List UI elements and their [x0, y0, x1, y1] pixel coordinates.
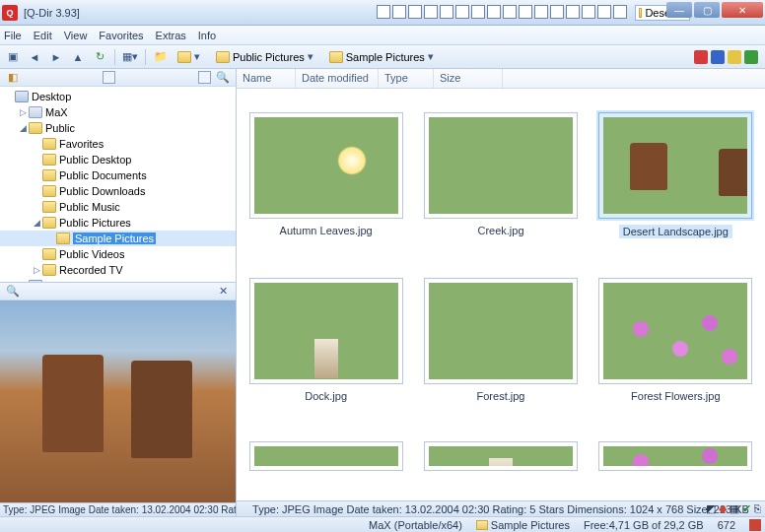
layout-preset[interactable]: [377, 5, 390, 19]
tree-item[interactable]: Desktop: [0, 89, 236, 104]
info-tool-icon[interactable]: ▦: [730, 502, 739, 515]
forward-button[interactable]: ►: [47, 48, 65, 66]
info-tool-icon[interactable]: ◆: [719, 502, 727, 515]
layout-preset[interactable]: [582, 5, 595, 19]
thumbnail-item[interactable]: [246, 441, 406, 471]
maximize-button[interactable]: ▢: [694, 2, 720, 18]
layout-preset[interactable]: [534, 5, 548, 19]
tree-item[interactable]: Public Music: [0, 199, 236, 215]
explorer-button[interactable]: 📁: [152, 48, 170, 66]
close-button[interactable]: ✕: [722, 2, 763, 18]
tree-item[interactable]: Public Videos: [0, 246, 236, 262]
status-indicator-icon: [749, 519, 761, 531]
color-swatch[interactable]: [744, 50, 758, 64]
menu-extras[interactable]: Extras: [156, 30, 186, 41]
thumbnail-item[interactable]: Forest.jpg: [421, 278, 581, 402]
thumbnail-image: [429, 117, 573, 214]
window-title: [Q-Dir 3.93]: [24, 7, 80, 19]
thumbnail-caption: Autumn Leaves.jpg: [280, 225, 373, 236]
expand-icon[interactable]: ◢: [32, 218, 42, 228]
tree-toggle-icon[interactable]: ◧: [4, 69, 22, 87]
layout-preset[interactable]: [408, 5, 422, 19]
tree-item[interactable]: Favorites: [0, 136, 236, 152]
minimize-button[interactable]: —: [666, 2, 692, 18]
color-swatch[interactable]: [694, 50, 708, 64]
title-bar: Q [Q-Dir 3.93] Desert... — ▢ ✕: [0, 0, 765, 26]
tree-item[interactable]: Public Documents: [0, 167, 236, 183]
layout-preset[interactable]: [597, 5, 611, 19]
menu-favorites[interactable]: Favorites: [99, 30, 143, 41]
view-style-button[interactable]: ▦▾: [121, 48, 139, 66]
expand-icon[interactable]: ▷: [18, 107, 29, 117]
tree-item[interactable]: ◢Public: [0, 120, 236, 136]
tree-item[interactable]: Public Desktop: [0, 152, 236, 167]
refresh-button[interactable]: ↻: [91, 48, 108, 66]
layout-preset[interactable]: [487, 5, 501, 19]
status-bar: MaX (Portable/x64) Sample Pictures Free:…: [0, 516, 765, 532]
tree-item-label: Public: [45, 122, 75, 134]
col-name[interactable]: Name: [237, 69, 296, 88]
status-folder: Sample Pictures: [491, 519, 570, 531]
layout-preset[interactable]: [471, 5, 485, 19]
expand-icon[interactable]: ▷: [32, 265, 42, 275]
tree-grid-icon[interactable]: [103, 71, 115, 84]
folder-tree[interactable]: Desktop▷MaX◢PublicFavoritesPublic Deskto…: [0, 87, 236, 283]
preview-close-icon[interactable]: ✕: [214, 282, 232, 299]
col-type[interactable]: Type: [379, 69, 434, 88]
tree-item-label: Desktop: [32, 91, 71, 102]
back-button[interactable]: ◄: [26, 48, 43, 66]
folder-icon: [42, 169, 56, 181]
app-icon: Q: [2, 5, 18, 21]
preview-magnify-icon[interactable]: 🔍: [4, 282, 22, 299]
preview-status-bar: Type: JPEG Image Date taken: 13.02.2004 …: [0, 502, 236, 516]
tree-item[interactable]: ◢Public Pictures: [0, 215, 236, 231]
col-size[interactable]: Size: [434, 69, 503, 88]
menu-edit[interactable]: Edit: [34, 30, 52, 41]
menu-file[interactable]: File: [4, 30, 22, 41]
tree-search-icon[interactable]: 🔍: [214, 69, 232, 87]
thumbnail-image: [429, 283, 573, 379]
new-button[interactable]: ▣: [4, 48, 22, 66]
preview-image: [0, 300, 236, 502]
thumbnail-caption: Dock.jpg: [305, 390, 347, 402]
tree-item[interactable]: Sample Pictures: [0, 231, 236, 246]
info-tool-icon[interactable]: ⎘: [754, 502, 761, 515]
menu-view[interactable]: View: [64, 30, 88, 41]
breadcrumb-public-pictures[interactable]: Public Pictures▾: [212, 50, 321, 63]
layout-preset[interactable]: [440, 5, 453, 19]
layout-preset[interactable]: [392, 5, 406, 19]
expand-icon[interactable]: ◢: [18, 123, 29, 133]
info-tool-icon[interactable]: ◩: [706, 502, 716, 515]
tree-item[interactable]: ▷Recorded TV: [0, 262, 236, 278]
thumbnail-item[interactable]: Creek.jpg: [421, 112, 581, 238]
layout-preset[interactable]: [613, 5, 627, 19]
layout-preset[interactable]: [503, 5, 517, 19]
thumbnail-caption: Desert Landscape.jpg: [619, 225, 732, 238]
color-swatch[interactable]: [711, 50, 725, 64]
info-tool-icon[interactable]: ✔: [742, 502, 751, 515]
tree-grid-icon[interactable]: [198, 71, 211, 84]
thumbnail-grid[interactable]: Autumn Leaves.jpgCreek.jpgDesert Landsca…: [237, 89, 765, 500]
thumbnail-item[interactable]: Autumn Leaves.jpg: [246, 112, 406, 238]
thumbnail-item[interactable]: [595, 441, 755, 471]
thumbnail-image: [603, 117, 747, 214]
layout-preset[interactable]: [519, 5, 532, 19]
thumbnail-item[interactable]: Forest Flowers.jpg: [595, 278, 755, 402]
tree-item[interactable]: Public Downloads: [0, 183, 236, 199]
tree-item-label: Sample Pictures: [73, 233, 156, 244]
tree-item-label: Public Pictures: [59, 217, 131, 229]
col-date[interactable]: Date modified: [296, 69, 379, 88]
layout-preset[interactable]: [424, 5, 438, 19]
folder-shortcut-1[interactable]: ▾: [174, 50, 208, 63]
layout-preset[interactable]: [566, 5, 580, 19]
thumbnail-item[interactable]: [421, 441, 581, 471]
up-button[interactable]: ▲: [69, 48, 87, 66]
layout-preset[interactable]: [550, 5, 564, 19]
color-swatch[interactable]: [728, 50, 741, 64]
breadcrumb-sample-pictures[interactable]: Sample Pictures▾: [325, 50, 442, 63]
tree-item[interactable]: ▷MaX: [0, 104, 236, 120]
layout-preset[interactable]: [455, 5, 469, 19]
thumbnail-item[interactable]: Dock.jpg: [246, 278, 406, 402]
menu-info[interactable]: Info: [198, 30, 216, 41]
thumbnail-item[interactable]: Desert Landscape.jpg: [595, 112, 755, 238]
